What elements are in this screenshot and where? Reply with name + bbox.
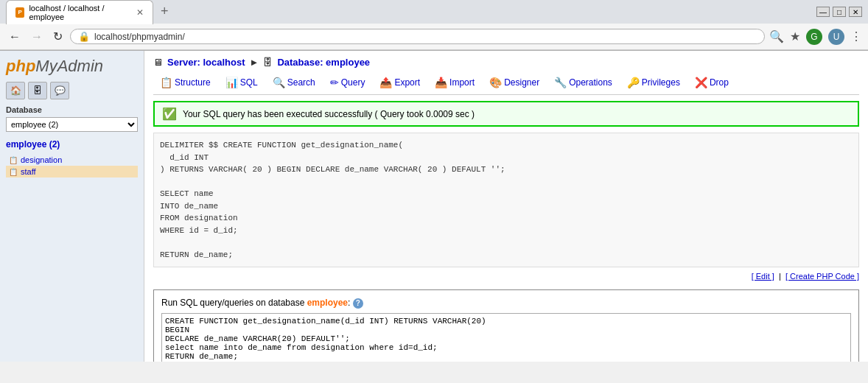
minimize-btn[interactable]: —	[816, 7, 830, 17]
tab-operations-label: Operations	[569, 77, 612, 88]
sql-icon: 📊	[225, 77, 238, 88]
reload-button[interactable]: ↻	[50, 28, 66, 45]
home-icon-btn[interactable]: 🏠	[6, 82, 25, 99]
tab-query[interactable]: ✏ Query	[323, 74, 372, 91]
bookmark-button[interactable]: ★	[790, 29, 800, 43]
db-section-title: employee (2)	[6, 139, 138, 150]
structure-icon: 📋	[160, 77, 172, 88]
import-icon: 📥	[435, 77, 447, 88]
tab-query-label: Query	[341, 77, 365, 88]
success-text: Your SQL query has been executed success…	[183, 109, 475, 119]
pma-logo: phpMyAdmin	[6, 57, 138, 76]
success-message: ✅ Your SQL query has been executed succe…	[153, 101, 859, 127]
db-link[interactable]: Database: employee	[277, 57, 370, 68]
maximize-btn[interactable]: □	[833, 7, 846, 17]
tab-import-label: Import	[449, 77, 475, 88]
tab-drop-label: Drop	[710, 77, 729, 88]
page-header: 🖥 Server: localhost ► 🗄 Database: employ…	[153, 57, 859, 68]
active-tab[interactable]: P localhost / localhost / employee ✕	[6, 0, 153, 24]
tab-privileges-label: Privileges	[642, 77, 680, 88]
tab-designer-label: Designer	[504, 77, 539, 88]
operations-icon: 🔧	[554, 77, 567, 88]
database-select[interactable]: employee (2)	[6, 117, 138, 132]
tab-title: localhost / localhost / employee	[29, 4, 129, 21]
main-layout: phpMyAdmin 🏠 🗄 💬 Database employee (2) e…	[0, 51, 868, 362]
new-tab-button[interactable]: +	[156, 4, 173, 19]
tab-structure-label: Structure	[175, 77, 211, 88]
db-icon: 🗄	[263, 57, 273, 68]
db-icon-btn[interactable]: 🗄	[28, 82, 47, 99]
table-icon: 📋	[9, 156, 18, 164]
table-icon-staff: 📋	[9, 168, 18, 176]
lock-icon: 🔒	[78, 31, 90, 42]
table-name-staff: staff	[21, 167, 36, 176]
privileges-icon: 🔑	[627, 77, 640, 88]
run-sql-db-name: employee	[307, 298, 348, 308]
tab-export[interactable]: 📤 Export	[373, 74, 427, 91]
tab-operations[interactable]: 🔧 Operations	[547, 74, 619, 91]
sql-actions: [ Edit ] | [ Create PHP Code ]	[153, 272, 859, 281]
tab-search[interactable]: 🔍 Search	[266, 74, 322, 91]
edit-link[interactable]: [ Edit ]	[752, 272, 774, 281]
export-icon: 📤	[379, 77, 392, 88]
tab-import[interactable]: 📥 Import	[428, 74, 481, 91]
browser-chrome: P localhost / localhost / employee ✕ + —…	[0, 0, 868, 51]
drop-icon: ❌	[695, 77, 707, 88]
nav-icons: 🔍 ★ G U ⋮	[769, 29, 862, 45]
titlebar: P localhost / localhost / employee ✕ + —…	[0, 0, 868, 24]
success-icon: ✅	[162, 107, 177, 121]
query-icon: ✏	[330, 77, 339, 88]
close-btn[interactable]: ✕	[849, 7, 862, 17]
search-tab-icon: 🔍	[273, 77, 285, 88]
create-php-link[interactable]: [ Create PHP Code ]	[785, 272, 859, 281]
tab-search-label: Search	[287, 77, 315, 88]
tab-sql[interactable]: 📊 SQL	[219, 74, 265, 91]
back-button[interactable]: ←	[6, 29, 24, 45]
info-icon: ?	[353, 298, 363, 309]
zoom-button[interactable]: 🔍	[769, 29, 784, 43]
tab-sql-label: SQL	[240, 77, 258, 88]
designer-icon: 🎨	[489, 77, 502, 88]
content-area: 🖥 Server: localhost ► 🗄 Database: employ…	[144, 51, 868, 362]
database-label: Database	[6, 105, 138, 114]
tab-privileges[interactable]: 🔑 Privileges	[620, 74, 687, 91]
run-sql-legend: Run SQL query/queries on database employ…	[161, 298, 851, 309]
server-icon: 🖥	[153, 57, 163, 68]
tab-favicon: P	[15, 7, 24, 18]
window-controls: — □ ✕	[816, 7, 862, 17]
sidebar: phpMyAdmin 🏠 🗄 💬 Database employee (2) e…	[0, 51, 144, 362]
table-name-designation: designation	[21, 155, 62, 164]
address-bar[interactable]: 🔒 localhost/phpmyadmin/	[70, 29, 765, 44]
forward-button[interactable]: →	[28, 29, 46, 45]
tab-structure[interactable]: 📋 Structure	[153, 74, 217, 91]
browser-nav: ← → ↻ 🔒 localhost/phpmyadmin/ 🔍 ★ G U ⋮	[0, 24, 868, 50]
server-link[interactable]: Server: localhost	[167, 57, 245, 68]
menu-button[interactable]: ⋮	[850, 29, 862, 43]
run-sql-section: Run SQL query/queries on database employ…	[153, 289, 859, 362]
tab-navigation: 📋 Structure 📊 SQL 🔍 Search ✏ Query 📤 Exp…	[153, 74, 859, 95]
table-item-staff[interactable]: 📋 staff	[6, 166, 138, 178]
url-text: localhost/phpmyadmin/	[94, 32, 757, 42]
tab-drop[interactable]: ❌ Drop	[688, 74, 735, 91]
table-item-designation[interactable]: 📋 designation	[6, 154, 138, 166]
profile-button[interactable]: G	[806, 29, 822, 45]
tab-close-btn[interactable]: ✕	[136, 7, 144, 18]
msg-icon-btn[interactable]: 💬	[50, 82, 69, 99]
account-button[interactable]: U	[828, 29, 844, 45]
breadcrumb-sep1: ►	[250, 57, 259, 68]
tab-export-label: Export	[394, 77, 420, 88]
sql-display: DELIMITER $$ CREATE FUNCTION get_designa…	[153, 133, 859, 267]
tab-designer[interactable]: 🎨 Designer	[483, 74, 546, 91]
sql-textarea[interactable]: CREATE FUNCTION get_designation_name(d_i…	[161, 313, 851, 362]
sidebar-icon-bar: 🏠 🗄 💬	[6, 82, 138, 99]
